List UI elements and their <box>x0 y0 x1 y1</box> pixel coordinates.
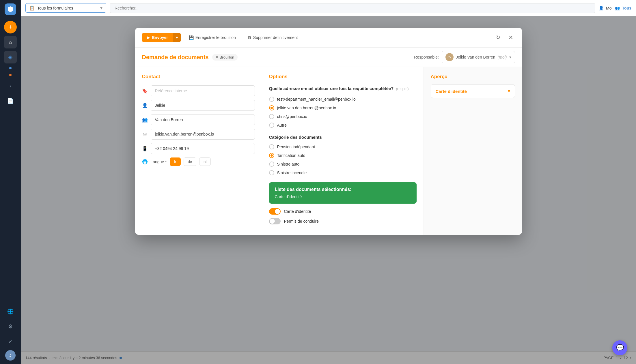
form-selector-label: Tous les formulaires <box>37 6 73 10</box>
toggle-carte-switch[interactable] <box>269 208 281 215</box>
radio-circle-4 <box>269 123 274 128</box>
main-content: 📋 Tous les formulaires ▾ 👤 Moi 👥 Tous <box>21 0 636 364</box>
lang-de-button[interactable]: de <box>184 157 196 166</box>
lang-nl-button[interactable]: nl <box>199 157 211 166</box>
sidebar-item-file[interactable]: 📄 <box>4 95 17 107</box>
envoyer-dropdown-arrow[interactable]: ▾ <box>173 33 181 42</box>
selected-docs-item: Carte d'identité <box>275 194 411 199</box>
user-avatar[interactable]: J <box>5 350 16 361</box>
toggle-permis-switch[interactable] <box>269 218 281 224</box>
reference-input[interactable] <box>151 85 255 96</box>
radio-circle-3 <box>269 114 274 119</box>
sidebar-item-layers[interactable]: ◈ <box>4 51 17 63</box>
radio-circle-1 <box>269 97 274 102</box>
app-logo[interactable] <box>5 3 16 15</box>
selected-docs-box: Liste des documents sélectionnés: Carte … <box>269 182 417 204</box>
phone-row: 📱 <box>142 143 255 154</box>
options-title: Options <box>269 74 417 80</box>
sidebar-item-globe[interactable]: 🌐 <box>4 305 17 318</box>
email-radio-group: test+department_handler_email@penbox.io … <box>269 97 417 128</box>
email-option-2[interactable]: jelkie.van.den.borren@penbox.io <box>269 105 417 110</box>
cat-radio-2 <box>269 153 274 158</box>
toggle-permis-conduire: Permis de conduire <box>269 218 417 224</box>
modal-toolbar: ▶ Envoyer ▾ 💾 Enregistrer le brouillon 🗑… <box>135 28 522 48</box>
document-icon: 📋 <box>29 5 35 11</box>
person2-icon: 👥 <box>142 117 148 123</box>
email-question: Quelle adresse e-mail utiliser une fois … <box>269 85 417 92</box>
modal-document-request: ▶ Envoyer ▾ 💾 Enregistrer le brouillon 🗑… <box>135 28 522 235</box>
envoyer-main[interactable]: ▶ Envoyer <box>142 33 173 42</box>
refresh-button[interactable]: ↻ <box>494 33 502 42</box>
radio-circle-2 <box>269 105 274 110</box>
user-label: Moi <box>606 6 613 10</box>
toggle-permis-label: Permis de conduire <box>284 219 319 224</box>
chevron-down-icon: ▾ <box>509 55 511 59</box>
apercu-title: Aperçu <box>431 74 515 80</box>
categorie-option-1[interactable]: Pension indépendant <box>269 144 417 149</box>
apercu-card-label: Carte d'identité <box>436 89 467 94</box>
svg-marker-0 <box>8 6 13 12</box>
email-icon: ✉ <box>142 132 148 137</box>
contact-panel: Contact 🔖 👤 👥 <box>135 67 262 235</box>
firstname-row: 👤 <box>142 100 255 111</box>
brouillon-label: Enregistrer le brouillon <box>195 35 236 40</box>
sidebar-item-home[interactable]: ⌂ <box>4 36 17 48</box>
cat-radio-1 <box>269 144 274 149</box>
brouillon-button[interactable]: 💾 Enregistrer le brouillon <box>185 33 239 42</box>
email-option-4[interactable]: Autre <box>269 123 417 128</box>
content-area: ▶ Envoyer ▾ 💾 Enregistrer le brouillon 🗑… <box>21 16 636 364</box>
email-option-1[interactable]: test+department_handler_email@penbox.io <box>269 97 417 102</box>
selected-docs-title: Liste des documents sélectionnés: <box>275 187 411 192</box>
add-button[interactable]: + <box>4 21 17 33</box>
email-input[interactable] <box>151 129 255 140</box>
categorie-option-2[interactable]: Tarification auto <box>269 153 417 158</box>
toggle-carte-label: Carte d'identité <box>284 209 311 214</box>
sidebar-dot-1 <box>9 67 12 69</box>
search-input[interactable] <box>110 3 595 13</box>
reference-row: 🔖 <box>142 85 255 96</box>
envoyer-label: Envoyer <box>152 35 168 40</box>
email-option-3[interactable]: chris@penbox.io <box>269 114 417 119</box>
responsable-avatar: JV <box>445 53 454 61</box>
responsable-label: Responsable: <box>414 55 439 59</box>
sidebar: + ⌂ ◈ › 📄 🌐 ⚙ ✓ J <box>0 0 21 364</box>
langue-icon: 🌐 <box>142 159 148 164</box>
status-dot <box>216 56 218 58</box>
form-selector[interactable]: 📋 Tous les formulaires ▾ <box>25 3 106 13</box>
sidebar-bottom: 🌐 ⚙ ✓ J <box>4 305 17 361</box>
reference-icon: 🔖 <box>142 88 148 94</box>
email-row: ✉ <box>142 129 255 140</box>
responsable-suffix: (moi) <box>498 55 507 59</box>
categorie-radio-group: Pension indépendant Tarification auto Si… <box>269 144 417 175</box>
categorie-option-3[interactable]: Sinistre auto <box>269 162 417 167</box>
sidebar-item-settings[interactable]: ⚙ <box>4 320 17 333</box>
topbar: 📋 Tous les formulaires ▾ 👤 Moi 👥 Tous <box>21 0 636 16</box>
send-icon: ▶ <box>147 35 150 40</box>
categorie-option-4[interactable]: Sinistre incendie <box>269 170 417 175</box>
lastname-input[interactable] <box>151 114 255 125</box>
firstname-input[interactable] <box>151 100 255 111</box>
phone-input[interactable] <box>151 143 255 154</box>
trash-icon: 🗑 <box>247 35 251 40</box>
lang-fr-button[interactable]: fr <box>170 157 181 166</box>
modal-titlebar: Demande de documents Brouillon Responsab… <box>135 48 522 67</box>
tous-label[interactable]: Tous <box>622 6 631 10</box>
toggle-knob-2 <box>270 219 275 224</box>
cat-radio-4 <box>269 170 274 175</box>
envoyer-button[interactable]: ▶ Envoyer ▾ <box>142 33 181 42</box>
sidebar-item-check[interactable]: ✓ <box>4 335 17 348</box>
chat-button[interactable]: 💬 <box>612 340 627 355</box>
supprimer-button[interactable]: 🗑 Supprimer définitivement <box>244 33 301 42</box>
close-button[interactable]: ✕ <box>507 32 515 43</box>
responsable-button[interactable]: JV Jelkie Van den Borren (moi) ▾ <box>442 51 515 63</box>
status-label: Brouillon <box>220 55 234 59</box>
sidebar-item-expand[interactable]: › <box>4 80 17 92</box>
apercu-panel: Aperçu Carte d'identité ▾ <box>424 67 522 235</box>
user-icon: 👤 <box>599 6 604 10</box>
group-icon: 👥 <box>615 6 620 10</box>
langue-row: 🌐 Langue * fr de nl <box>142 157 255 166</box>
apercu-card[interactable]: Carte d'identité ▾ <box>431 84 515 98</box>
options-panel: Options Quelle adresse e-mail utiliser u… <box>262 67 424 235</box>
person-icon: 👤 <box>142 103 148 108</box>
topbar-user: 👤 Moi 👥 Tous <box>599 6 631 10</box>
